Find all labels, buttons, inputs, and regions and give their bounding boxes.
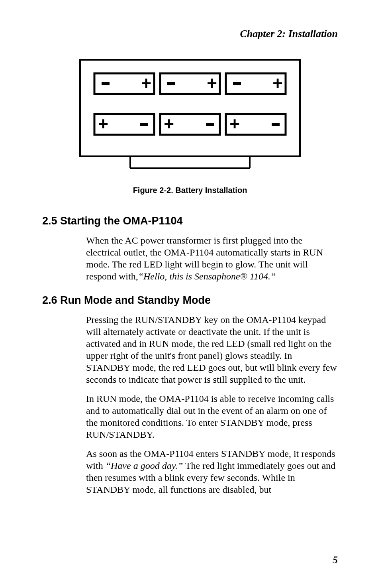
battery-plus-icon: + bbox=[98, 114, 108, 134]
section-2-5-body: When the AC power transformer is first p… bbox=[86, 234, 338, 282]
battery-plus-icon: + bbox=[141, 73, 151, 93]
svg-rect-11 bbox=[167, 82, 175, 85]
svg-rect-12 bbox=[233, 82, 241, 85]
battery-plus-icon: + bbox=[164, 114, 174, 134]
svg-rect-13 bbox=[140, 123, 148, 126]
running-head: Chapter 2: Installation bbox=[42, 28, 338, 40]
svg-rect-10 bbox=[102, 82, 110, 85]
battery-plus-icon: + bbox=[229, 114, 240, 134]
svg-rect-14 bbox=[206, 123, 214, 126]
section-2-6-body: Pressing the RUN/STANDBY key on the OMA-… bbox=[86, 314, 338, 496]
page-number: 5 bbox=[333, 554, 338, 566]
battery-figure: + + + + + + bbox=[42, 58, 338, 170]
figure-caption: Figure 2-2. Battery Installation bbox=[42, 186, 338, 195]
section-2-5-heading: 2.5 Starting the OMA-P1104 bbox=[42, 215, 338, 227]
section-2-6-heading: 2.6 Run Mode and Standby Mode bbox=[42, 294, 338, 307]
body-text: In RUN mode, the OMA-P1104 is able to re… bbox=[86, 393, 338, 441]
battery-plus-icon: + bbox=[207, 73, 217, 93]
voice-response-quote: “Have a good day.” bbox=[106, 460, 183, 471]
battery-plus-icon: + bbox=[272, 73, 283, 93]
voice-response-quote: “Hello, this is Sensaphone® 1104.” bbox=[138, 271, 276, 281]
svg-rect-15 bbox=[272, 123, 280, 126]
body-text: Pressing the RUN/STANDBY key on the OMA-… bbox=[86, 314, 338, 385]
